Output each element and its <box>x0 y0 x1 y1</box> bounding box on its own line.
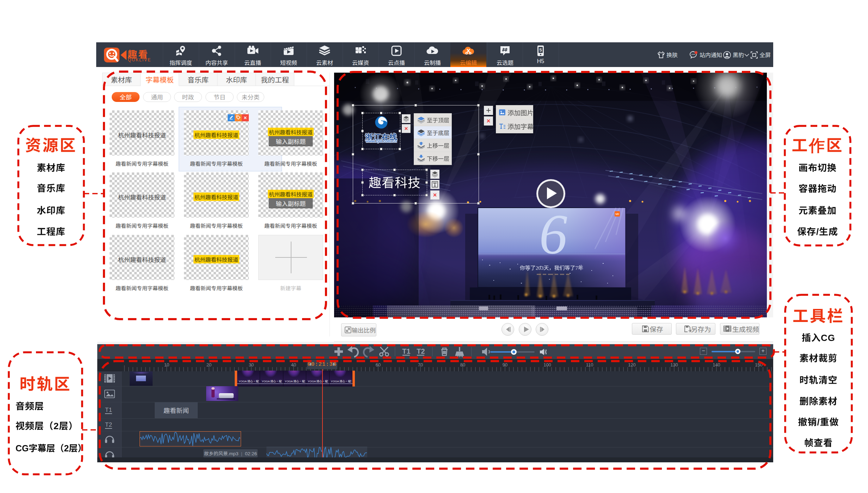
svg-text:T2: T2 <box>417 347 425 355</box>
svg-text:5: 5 <box>539 47 542 53</box>
svg-text:T1: T1 <box>402 347 410 355</box>
